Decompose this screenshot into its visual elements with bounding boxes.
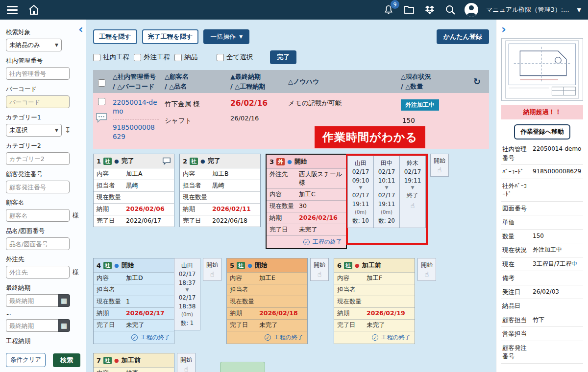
item-name-input[interactable]: [6, 237, 70, 250]
sidebar-collapse-icon[interactable]: ‹: [78, 23, 83, 35]
check-icon: ✓: [372, 334, 378, 341]
internal-process-checkbox[interactable]: [93, 54, 100, 61]
process-number: 2: [183, 158, 187, 165]
hand-icon[interactable]: ☝: [400, 201, 425, 211]
hide-process-button[interactable]: 工程を隠す: [93, 29, 137, 44]
process-card-6[interactable]: 6 社 ● 加工前 内容加工F 担当者 現在数量 納期2026/02/19 完了…: [334, 258, 415, 344]
outsourced-process-checkbox[interactable]: [134, 54, 141, 61]
end-time: 18:38: [175, 302, 199, 311]
start-button[interactable]: 開始 ☝: [430, 154, 449, 177]
internal-no-input[interactable]: [6, 67, 70, 80]
annotation-highlight-frame: 山田 02/17 09:10 ▼ 02/17 19:11 (0m) 数: 10 …: [346, 154, 428, 245]
refresh-icon[interactable]: ↻: [473, 76, 481, 87]
chat-bubble-icon[interactable]: [95, 112, 108, 124]
check-icon: ✓: [131, 334, 138, 341]
process-status: 完了: [208, 157, 220, 165]
row-checkbox[interactable]: [98, 98, 105, 105]
process-due-label: 工程納期: [6, 337, 80, 346]
check-icon: ✓: [265, 334, 271, 341]
row-ids[interactable]: 22050014-demo 9185000008629: [110, 93, 162, 149]
process-card-4[interactable]: 4 社 ● 開始 内容加工D 担当者 現在数量1 納期2026/02/17 完了…: [93, 258, 174, 344]
bulk-action-button[interactable]: 一括操作 ▼: [203, 29, 249, 44]
end-process-link[interactable]: ✓ 工程の終了: [334, 331, 415, 344]
customer-name-input[interactable]: [6, 209, 70, 222]
user-menu-caret-icon[interactable]: ▼: [577, 7, 581, 13]
end-process-link[interactable]: ✓ 工程の終了: [227, 331, 307, 344]
category1-select[interactable]: 未選択 ▼: [6, 124, 62, 137]
search-target-select[interactable]: 未納品のみ ▼: [6, 39, 62, 51]
clear-conditions-button[interactable]: 条件クリア: [6, 353, 46, 367]
process-type-badge: 社: [237, 262, 245, 269]
folder-icon[interactable]: [403, 3, 416, 16]
final-due-to-input[interactable]: [6, 319, 58, 332]
home-icon[interactable]: [27, 3, 40, 16]
process-due-value: 26/02/16: [230, 115, 282, 122]
vendor-input[interactable]: [6, 266, 70, 279]
start-label: 開始: [312, 261, 327, 269]
category-pull-icon[interactable]: ↧: [65, 126, 71, 135]
filter-select-all[interactable]: 全て選択: [217, 53, 253, 62]
move-to-work-register-button[interactable]: 作業登録へ移動: [514, 124, 571, 140]
header-knowhow[interactable]: △ノウハウ: [285, 75, 398, 89]
search-icon[interactable]: [444, 3, 457, 16]
notifications-bell-icon[interactable]: 9: [382, 3, 395, 16]
worker-time-column[interactable]: 田中 02/17 10:11 ▼ 02/17 19:11 (0m) 数: 20: [373, 156, 400, 228]
orders-table: △社内管理番号 / △バーコード △顧客名 / △品名 ▲最終納期 / △工程納…: [93, 70, 489, 149]
start-button[interactable]: 開始 ☝: [177, 353, 196, 372]
header-due[interactable]: ▲最終納期 / △工程納期: [227, 70, 285, 93]
detail-row: 現在3工程目/7工程中: [501, 257, 583, 272]
calendar-icon[interactable]: ▦: [58, 294, 70, 307]
dropbox-icon[interactable]: [423, 3, 436, 16]
status-dot-icon: ●: [247, 263, 252, 268]
process-card-3[interactable]: 3 外 ● 開始 外注先西大阪スチール様 内容加工C 現在数量30 納期2026…: [266, 154, 347, 249]
header-internal-no[interactable]: △社内管理番号 / △バーコード: [110, 70, 162, 93]
vendor-label: 外注先: [6, 256, 80, 264]
customer-order-no-input[interactable]: [6, 181, 70, 193]
barcode-link[interactable]: 9185000008629: [113, 123, 159, 140]
barcode-input[interactable]: [6, 95, 70, 108]
drawing-thumbnail[interactable]: [501, 38, 583, 101]
calendar-icon[interactable]: ▦: [58, 319, 70, 332]
process-card-1[interactable]: 1 社 ● 完了 内容加工A 担当者黒崎 現在数量 納期2026/02/06: [93, 154, 174, 227]
search-sidebar: ‹ 検索対象 未納品のみ ▼ 社内管理番号 バーコード カテゴリー1 未選択 ▼…: [0, 20, 86, 372]
search-target-label: 検索対象: [6, 28, 80, 37]
start-label: 開始: [419, 261, 435, 269]
worker-time-column[interactable]: 山田 02/17 09:10 ▼ 02/17 19:11 (0m) 数: 10: [347, 156, 374, 228]
process-card-group-7: 7 社 ● 加工前 内容検査 開始 ☝: [93, 353, 196, 372]
hide-completed-button[interactable]: 完了工程を隠す: [142, 29, 199, 44]
detail-row: 顧客担当竹下: [501, 313, 583, 327]
worker-time-column[interactable]: 山田 02/17 18:37 ▼ 02/17 18:38 (0m) 数: 1: [174, 258, 200, 330]
filter-internal-process[interactable]: 社内工程: [93, 53, 129, 62]
start-button[interactable]: 開始 ☝: [310, 258, 329, 281]
avatar[interactable]: [465, 3, 478, 17]
filter-delivery[interactable]: 納品: [174, 53, 197, 62]
start-button[interactable]: 開始 ☝: [417, 258, 436, 281]
header-checkbox[interactable]: [98, 79, 105, 87]
internal-no-link[interactable]: 22050014-demo: [113, 98, 159, 116]
process-card-2[interactable]: 2 社 ● 完了 内容加工B 担当者黒崎 現在数量 納期2026/02/11 完…: [179, 154, 261, 227]
easy-register-button[interactable]: かんたん登録: [437, 29, 489, 44]
panel-collapse-icon[interactable]: ›: [501, 23, 506, 36]
chevron-down-icon: ▼: [55, 43, 58, 47]
select-all-checkbox[interactable]: [217, 54, 224, 61]
category2-input[interactable]: [6, 152, 70, 165]
search-button[interactable]: 検索: [53, 353, 80, 367]
chevron-down-icon: ▼: [239, 34, 243, 39]
delivery-checkbox[interactable]: [174, 54, 182, 61]
comment-icon[interactable]: [162, 157, 171, 165]
complete-button[interactable]: 完了: [270, 50, 296, 64]
menu-icon[interactable]: [7, 6, 18, 14]
process-card-7[interactable]: 7 社 ● 加工前 内容検査: [93, 353, 174, 372]
filter-outsourced-process[interactable]: 外注工程: [134, 53, 170, 62]
header-customer[interactable]: △顧客名 / △品名: [162, 70, 227, 93]
final-due-from-input[interactable]: [6, 294, 58, 307]
end-process-link[interactable]: ✓ 工程の終了: [94, 331, 174, 344]
process-card-5[interactable]: 5 社 ● 開始 内容加工E 担当者 現在数量 納期2026/02/18 完了日…: [226, 258, 308, 344]
detail-row: 納品日: [501, 299, 583, 313]
worker-time-column[interactable]: 鈴木 02/17 19:11 ▼ 終了 ☝: [399, 156, 426, 228]
process-status: 完了: [122, 157, 134, 165]
header-status[interactable]: △現在状況 / △数量: [398, 70, 470, 93]
end-process-link[interactable]: ✓ 工程の終了: [267, 235, 346, 248]
table-row[interactable]: 22050014-demo 9185000008629 竹下金属 様 シャフト …: [93, 93, 489, 149]
start-button[interactable]: 開始 ☝: [203, 258, 221, 281]
